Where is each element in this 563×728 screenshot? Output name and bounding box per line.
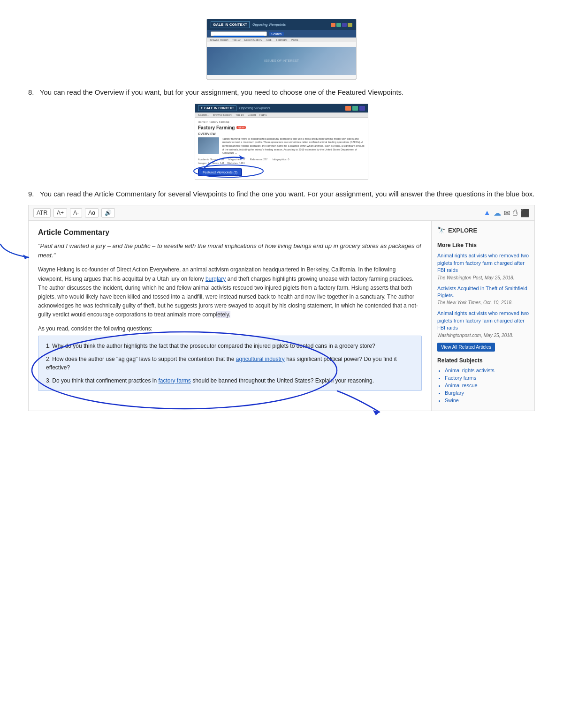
ff-thumbnail	[198, 137, 219, 154]
questions-oval-container: 1. Why do you think the author highlight…	[38, 336, 422, 391]
ff-overview-text: Factory farming refers to industrialized…	[222, 137, 365, 155]
atr-btn[interactable]: ATR	[33, 208, 51, 218]
article-toolbar: ATR A+ A- Aα 🔊 ▲ ☁ ✉ ⎙ ⬛	[28, 205, 535, 221]
svg-marker-4	[373, 410, 380, 415]
svg-marker-2	[23, 255, 29, 259]
gale-header: GALE IN CONTEXT Opposing Viewpoints	[207, 19, 356, 30]
explore-label: EXPLORE	[448, 227, 477, 234]
ff-overview-section: Factory farming refers to industrialized…	[198, 137, 365, 155]
bookmark-icon[interactable]: ⬛	[520, 209, 530, 218]
gale-screenshot-top: GALE IN CONTEXT Opposing Viewpoints Sear…	[206, 19, 357, 80]
icon-red	[345, 106, 351, 111]
related-item-4[interactable]: Swine	[445, 398, 529, 403]
questions-box: 1. Why do you think the author highlight…	[38, 336, 422, 391]
more-like-this-title: More Like This	[437, 242, 529, 248]
factory-farms-link[interactable]: factory farms	[158, 377, 190, 384]
sidebar-article-3-source: Washingtonpost.com, May 25, 2018.	[437, 333, 529, 338]
step-8-text: 8. You can read the Overview if you want…	[28, 87, 535, 98]
ff-infographics: Infographics: 0	[272, 158, 289, 161]
question-2: 2. How does the author use "ag gag" laws…	[46, 355, 414, 372]
sidebar-article-2-title[interactable]: Activists Acquitted in Theft of Smithfie…	[437, 285, 529, 300]
print-icon[interactable]: ⎙	[513, 209, 517, 217]
article-body-paragraph: Wayne Hsiung is co-founder of Direct Act…	[38, 265, 422, 319]
explore-icon: 🔭	[437, 226, 445, 234]
speaker-btn[interactable]: 🔊	[101, 208, 115, 218]
a-minus-btn[interactable]: A-	[70, 208, 82, 218]
blue-arrow-to-title	[0, 240, 38, 268]
agricultural-industry-link[interactable]: agricultural industry	[236, 356, 285, 362]
article-sidebar: 🔭 EXPLORE More Like This Animal rights a…	[432, 221, 535, 411]
a-change-btn[interactable]: Aα	[85, 208, 99, 218]
search-bar-area[interactable]: Search	[207, 30, 356, 38]
ff-new-badge: NEW	[236, 126, 246, 129]
sidebar-article-2-source: The New York Times, Oct. 10, 2018.	[437, 300, 529, 305]
related-subjects-title: Related Subjects	[437, 357, 529, 364]
step-9: 9. You can read the Article Commentary f…	[28, 189, 535, 411]
related-item-3[interactable]: Burglary	[445, 390, 529, 396]
related-subjects-section: Related Subjects Animal rights activists…	[437, 357, 529, 403]
ff-opposing-label: Opposing Viewpoints	[239, 106, 270, 110]
step-9-text: 9. You can read the Article Commentary f…	[28, 189, 535, 200]
gale-subtitle: Opposing Viewpoints	[252, 23, 286, 26]
ff-images: Images: 7	[198, 162, 209, 165]
ff-stats-row-2: Images: 7 News: 141 Websites: 1491	[198, 162, 365, 165]
ff-featured-viewpoints-btn[interactable]: Featured Viewpoints (3)	[198, 168, 242, 176]
step-8: GALE IN CONTEXT Opposing Viewpoints Sear…	[28, 19, 535, 180]
ff-page-title: Factory Farming	[198, 125, 235, 130]
related-item-1[interactable]: Factory farms	[445, 375, 529, 381]
sidebar-article-3-title[interactable]: Animal rights activists who removed two …	[437, 310, 529, 331]
step-8-annotated: ✦ GALE IN CONTEXT Opposing Viewpoints Se…	[188, 104, 375, 180]
sidebar-article-1-title[interactable]: Animal rights activists who removed two …	[437, 252, 529, 274]
factory-farming-screenshot: ✦ GALE IN CONTEXT Opposing Viewpoints Se…	[195, 104, 368, 180]
article-layout: Article Commentary "Paul and I wanted a …	[28, 221, 535, 411]
question-3: 3. Do you think that confinement practic…	[46, 376, 414, 385]
ff-title-row: Factory Farming NEW	[198, 125, 365, 130]
ff-content-area: Home > Factory Farming Factory Farming N…	[195, 118, 368, 179]
screenshot-body: ISSUES OF INTEREST	[207, 42, 356, 79]
ff-top-nav: ✦ GALE IN CONTEXT Opposing Viewpoints	[195, 104, 368, 113]
sidebar-article-1: Animal rights activists who removed two …	[437, 252, 529, 280]
ff-breadcrumb: Home > Factory Farming	[198, 120, 365, 123]
ff-top-icons	[345, 106, 365, 111]
sidebar-article-3: Animal rights activists who removed two …	[437, 310, 529, 338]
cloud-icon[interactable]: ☁	[494, 209, 501, 218]
ff-search-nav: Search... Browse ReportTop 10ExpertPaths	[195, 113, 368, 118]
a-plus-btn[interactable]: A+	[53, 208, 67, 218]
related-item-0[interactable]: Animal rights activists	[445, 368, 529, 373]
article-commentary-title: Article Commentary	[38, 228, 422, 237]
ff-tabs-area[interactable]: Featured Viewpoints (3)	[198, 167, 365, 176]
ff-news: News: 141	[212, 162, 224, 165]
ff-academic: Academic Sources: 26	[198, 158, 224, 161]
blue-arrow-from-oval	[328, 389, 384, 417]
explore-header: 🔭 EXPLORE	[437, 226, 529, 237]
article-main-content: Article Commentary "Paul and I wanted a …	[28, 221, 432, 411]
ff-magazines: Magazines: 27	[228, 158, 245, 161]
sidebar-article-1-source: The Washington Post, May 25, 2018.	[437, 275, 529, 280]
view-all-articles-btn[interactable]: View All Related Articles	[437, 343, 495, 352]
related-item-2[interactable]: Animal rescue	[445, 383, 529, 388]
gale-logo: GALE IN CONTEXT	[211, 21, 250, 28]
nav-bar: Browse ReportTop 10Expert GalleryAdd+Hig…	[207, 38, 356, 42]
ff-gale-badge: ✦ GALE IN CONTEXT	[198, 105, 236, 111]
drive-icon[interactable]: ▲	[483, 209, 491, 217]
ff-stats-row: Academic Sources: 26 Magazines: 27 Refer…	[198, 158, 365, 161]
sidebar-article-2: Activists Acquitted in Theft of Smithfie…	[437, 285, 529, 306]
article-quote: "Paul and I wanted a jury – and the publ…	[38, 241, 422, 260]
mail-icon[interactable]: ✉	[504, 209, 510, 218]
ff-websites: Websites: 1491	[227, 162, 245, 165]
ff-overview-label: OVERVIEW	[198, 132, 365, 135]
icon-green	[352, 106, 358, 111]
ff-reference: Reference: 277	[250, 158, 268, 161]
related-subjects-list: Animal rights activists Factory farms An…	[437, 368, 529, 403]
icon-blue	[359, 106, 365, 111]
search-input-visual[interactable]	[211, 31, 267, 36]
search-button[interactable]: Search	[269, 32, 284, 36]
questions-prompt: As you read, consider the following ques…	[38, 325, 422, 332]
hero-image: ISSUES OF INTEREST	[207, 47, 356, 75]
burglary-link[interactable]: burglary	[205, 276, 226, 282]
question-1: 1. Why do you think the author highlight…	[46, 342, 414, 350]
